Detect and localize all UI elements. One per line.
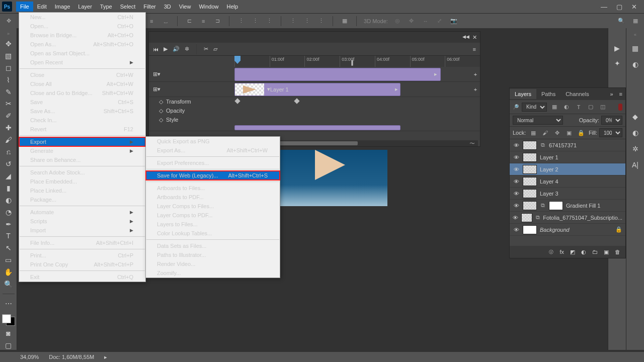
play-icon[interactable]: ▶ xyxy=(611,43,623,53)
video-group-clip[interactable]: ▸ xyxy=(234,68,441,81)
layer-clip[interactable]: ▾ Layer 1 ▸ xyxy=(234,83,400,96)
move-tool-icon[interactable]: ✥ xyxy=(3,39,15,48)
layer-row[interactable]: 👁⧉674157371 xyxy=(510,139,625,151)
visibility-icon[interactable]: 👁 xyxy=(513,142,520,148)
track-toggle-icon[interactable]: ⊞▾ xyxy=(153,71,160,77)
menu-item[interactable]: Generate▶ xyxy=(19,146,145,155)
align-hcenter-icon[interactable]: ≡ xyxy=(199,17,208,26)
artboard-tool-icon[interactable]: ▧ xyxy=(3,51,15,60)
adjustments-icon[interactable]: ◐ xyxy=(629,128,641,138)
layer-row[interactable]: 👁Layer 3 xyxy=(510,188,625,200)
close-icon[interactable]: ✕ xyxy=(631,3,637,11)
layer-name[interactable]: Layer 4 xyxy=(540,178,558,185)
align-right-icon[interactable]: ⊐ xyxy=(213,17,222,26)
menu-item[interactable]: Quick Export as PNG xyxy=(146,137,280,146)
layer-style-icon[interactable]: fx xyxy=(559,249,564,255)
visibility-icon[interactable]: 👁 xyxy=(513,191,520,197)
menu-item[interactable]: Place Linked... xyxy=(19,186,145,195)
stopwatch-icon[interactable]: ◇ xyxy=(159,117,163,123)
panel-star-icon[interactable]: ✦ xyxy=(611,58,623,68)
layer-row[interactable]: 👁Background🔒 xyxy=(510,224,625,236)
menu-item[interactable]: ExitCtrl+Q xyxy=(19,273,145,282)
split-icon[interactable]: ✂ xyxy=(204,46,208,52)
menu-type[interactable]: Type xyxy=(96,2,116,12)
settings-icon[interactable]: ✲ xyxy=(185,46,189,52)
expand-icon[interactable]: » xyxy=(607,91,616,97)
clone-stamp-icon[interactable]: ⎌ xyxy=(3,147,15,156)
menu-edit[interactable]: Edit xyxy=(33,2,51,12)
layer-thumbnail[interactable] xyxy=(523,189,537,198)
layer-thumbnail[interactable] xyxy=(523,225,537,234)
align-vcenter-icon[interactable]: ≡ xyxy=(147,17,156,26)
dodge-tool-icon[interactable]: ◔ xyxy=(3,208,15,217)
menu-item[interactable]: Layer Comps to PDF... xyxy=(146,211,280,220)
lock-position-icon[interactable]: ✥ xyxy=(553,128,562,137)
orbit-icon[interactable]: ◎ xyxy=(393,17,402,26)
menu-3d[interactable]: 3D xyxy=(160,2,175,12)
layer-thumbnail[interactable] xyxy=(523,153,537,162)
search-icon[interactable]: 🔍 xyxy=(617,17,626,26)
adjustment-layer-icon[interactable]: ◐ xyxy=(581,249,586,255)
menu-item[interactable]: Export As...Alt+Shift+Ctrl+W xyxy=(146,146,280,155)
audio-icon[interactable]: 🔊 xyxy=(173,46,180,52)
blend-mode-select[interactable]: Normal xyxy=(513,116,563,125)
menu-item[interactable]: Close and Go to Bridge...Shift+Ctrl+W xyxy=(19,88,145,98)
menu-file[interactable]: File xyxy=(16,2,33,12)
transition-icon[interactable]: ▱ xyxy=(213,46,217,52)
visibility-icon[interactable]: 👁 xyxy=(513,166,520,172)
eyedropper-icon[interactable]: ✐ xyxy=(3,111,15,120)
layer-row[interactable]: 👁Layer 4 xyxy=(510,175,625,188)
edit-toolbar-icon[interactable]: ⋯ xyxy=(3,299,15,308)
history-brush-icon[interactable]: ↺ xyxy=(3,159,15,168)
maximize-icon[interactable]: ▢ xyxy=(616,3,622,11)
menu-image[interactable]: Image xyxy=(51,2,74,12)
history-panel-icon[interactable]: ▦ xyxy=(629,43,641,53)
auto-align-icon[interactable]: ▦ xyxy=(340,17,349,26)
layer-clip-collapsed[interactable] xyxy=(234,125,400,130)
menu-item[interactable]: Layers to Files... xyxy=(146,220,280,229)
document-canvas[interactable] xyxy=(280,150,387,206)
layer-name[interactable]: Fotolia_67751047_Subscriptio... xyxy=(543,215,622,221)
menu-item[interactable]: Browse in Bridge...Alt+Ctrl+O xyxy=(19,31,145,40)
stopwatch-icon[interactable]: ◇ xyxy=(159,99,163,105)
libraries-icon[interactable]: ◆ xyxy=(629,112,641,122)
layer-thumbnail[interactable] xyxy=(521,213,532,222)
menu-select[interactable]: Select xyxy=(116,2,140,12)
layer-name[interactable]: Layer 1 xyxy=(540,154,558,160)
status-arrow-icon[interactable]: ▸ xyxy=(104,354,107,360)
menu-item[interactable]: Save for Web (Legacy)...Alt+Shift+Ctrl+S xyxy=(146,171,280,180)
menu-item[interactable]: SaveCtrl+S xyxy=(19,98,145,107)
lasso-tool-icon[interactable]: ⌇ xyxy=(3,75,15,84)
minimize-icon[interactable]: — xyxy=(601,3,607,11)
layer-row[interactable]: 👁⧉Fotolia_67751047_Subscriptio... xyxy=(510,212,625,224)
collapse-icon[interactable]: ◀◀ xyxy=(462,34,469,41)
menu-item[interactable]: Export Preferences... xyxy=(146,158,280,167)
layer-name[interactable]: 674157371 xyxy=(549,142,577,148)
tab-paths[interactable]: Paths xyxy=(536,89,560,99)
layer-row[interactable]: 👁Layer 2 xyxy=(510,163,625,175)
track-toggle-icon[interactable]: ⊞▾ xyxy=(153,86,160,93)
first-frame-icon[interactable]: ⏮ xyxy=(153,46,158,52)
menu-item[interactable]: Save As...Shift+Ctrl+S xyxy=(19,107,145,116)
path-select-icon[interactable]: ↖ xyxy=(3,243,15,252)
lock-artboard-icon[interactable]: ▣ xyxy=(565,128,574,137)
camera-icon[interactable]: 📷 xyxy=(449,17,458,26)
distribute-icon[interactable]: ⋮ xyxy=(288,17,297,26)
quick-select-icon[interactable]: ✎ xyxy=(3,87,15,97)
work-area-end-handle[interactable] xyxy=(351,60,353,66)
link-layers-icon[interactable]: ⦾ xyxy=(549,249,553,255)
marquee-tool-icon[interactable]: ◻ xyxy=(3,63,15,72)
menu-view[interactable]: View xyxy=(175,2,195,12)
menu-layer[interactable]: Layer xyxy=(74,2,96,12)
filter-pixel-icon[interactable]: ▦ xyxy=(550,103,559,112)
layer-name[interactable]: Layer 2 xyxy=(540,166,558,172)
menu-window[interactable]: Window xyxy=(195,2,222,12)
doc-size[interactable]: Doc: 1,60M/8,55M xyxy=(49,354,94,360)
menu-item[interactable]: Export▶ xyxy=(19,137,145,146)
layer-thumbnail[interactable] xyxy=(523,141,537,150)
lock-pixels-icon[interactable]: 🖌 xyxy=(541,128,550,137)
layer-thumbnail[interactable] xyxy=(523,177,537,186)
tab-channels[interactable]: Channels xyxy=(560,89,594,99)
tab-layers[interactable]: Layers xyxy=(510,89,536,99)
hand-tool-icon[interactable]: ✋ xyxy=(3,267,15,277)
